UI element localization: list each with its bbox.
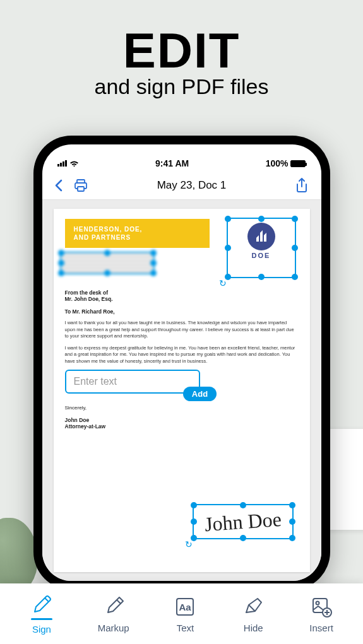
text-tool-button[interactable]: Aa Text bbox=[173, 595, 197, 633]
svg-point-6 bbox=[316, 601, 319, 604]
wifi-icon bbox=[69, 160, 79, 167]
closing-text: Sincerely, bbox=[65, 405, 299, 411]
signature-selection-box[interactable]: John Doe ↻ bbox=[193, 504, 294, 539]
paragraph-2: I want to express my deepest gratitude f… bbox=[65, 345, 299, 365]
status-bar: 9:41 AM 100% bbox=[42, 144, 321, 171]
logo-icon bbox=[247, 223, 275, 250]
text-icon: Aa bbox=[173, 595, 197, 619]
from-label: From the desk of bbox=[65, 290, 299, 296]
hero-section: EDIT and sign PDF files bbox=[0, 0, 363, 99]
svg-text:Aa: Aa bbox=[179, 602, 192, 612]
redaction-selection-box[interactable] bbox=[60, 252, 155, 274]
phone-screen: 9:41 AM 100% May 23, Doc 1 HENDERSON, DO… bbox=[42, 144, 321, 581]
document-canvas[interactable]: HENDERSON, DOE, AND PARTNERS DOE ↻ bbox=[42, 200, 321, 581]
hide-icon bbox=[241, 595, 265, 619]
sign-icon bbox=[30, 593, 54, 617]
text-input-field[interactable]: Enter text Add bbox=[65, 370, 201, 394]
signal-icon bbox=[57, 160, 67, 167]
markup-icon bbox=[102, 595, 126, 619]
share-icon[interactable] bbox=[295, 178, 308, 193]
add-button[interactable]: Add bbox=[183, 387, 217, 401]
status-time: 9:41 AM bbox=[155, 158, 189, 168]
insert-icon bbox=[309, 595, 333, 619]
tool-label: Markup bbox=[98, 623, 129, 633]
insert-tool-button[interactable]: Insert bbox=[309, 595, 333, 633]
battery-percent: 100% bbox=[266, 158, 289, 168]
phone-frame: 9:41 AM 100% May 23, Doc 1 HENDERSON, DO… bbox=[33, 136, 330, 590]
markup-tool-button[interactable]: Markup bbox=[98, 595, 129, 633]
decorative-plant bbox=[0, 518, 38, 594]
text-placeholder: Enter text bbox=[74, 376, 117, 387]
navigation-bar: May 23, Doc 1 bbox=[42, 171, 321, 200]
paragraph-1: I want to thank you for all you have tau… bbox=[65, 320, 299, 340]
hide-tool-button[interactable]: Hide bbox=[241, 595, 265, 633]
tool-label: Insert bbox=[309, 623, 333, 633]
banner-line-2: AND PARTNERS bbox=[74, 233, 201, 242]
hero-title: EDIT bbox=[0, 22, 363, 79]
print-icon[interactable] bbox=[74, 179, 88, 192]
logo-selection-box[interactable]: DOE ↻ bbox=[227, 218, 296, 278]
bottom-toolbar: Sign Markup Aa Text Hide Insert bbox=[0, 583, 363, 644]
tool-label: Text bbox=[177, 623, 194, 633]
hero-subtitle: and sign PDF files bbox=[0, 74, 363, 99]
letterhead-banner: HENDERSON, DOE, AND PARTNERS bbox=[65, 219, 210, 248]
banner-line-1: HENDERSON, DOE, bbox=[74, 225, 201, 233]
sign-tool-button[interactable]: Sign bbox=[30, 593, 54, 635]
battery-icon bbox=[290, 160, 306, 167]
svg-rect-2 bbox=[78, 187, 84, 191]
addressee: To Mr. Richard Roe, bbox=[65, 308, 299, 315]
tool-label: Hide bbox=[244, 623, 263, 633]
rotate-handle-icon[interactable]: ↻ bbox=[219, 278, 227, 288]
rotate-handle-icon[interactable]: ↻ bbox=[185, 539, 193, 549]
from-name: Mr. John Doe, Esq. bbox=[65, 296, 299, 302]
logo-text: DOE bbox=[228, 252, 295, 259]
signer-name: John Doe bbox=[65, 417, 299, 423]
tool-label: Sign bbox=[32, 624, 51, 635]
signature-image: John Doe bbox=[203, 507, 282, 536]
signer-title: Attorney-at-Law bbox=[65, 423, 299, 430]
document-page[interactable]: HENDERSON, DOE, AND PARTNERS DOE ↻ bbox=[54, 209, 310, 572]
back-icon[interactable] bbox=[55, 179, 62, 192]
document-title: May 23, Doc 1 bbox=[157, 179, 227, 192]
